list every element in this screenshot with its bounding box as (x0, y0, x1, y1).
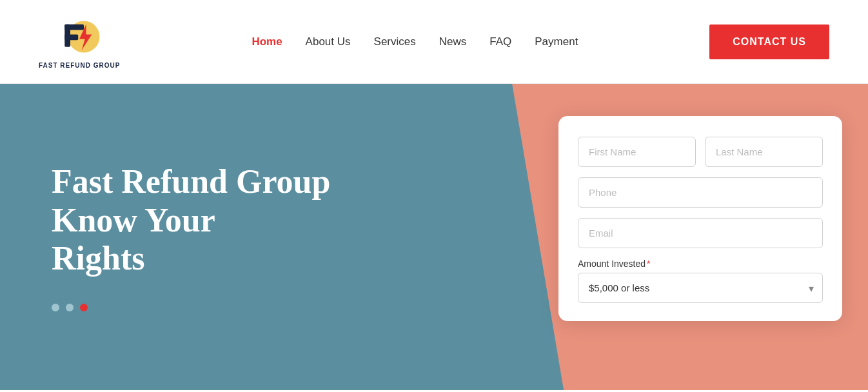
hero-left-panel: Fast Refund Group Know Your Rights (0, 84, 512, 390)
dot-2[interactable] (66, 304, 74, 311)
email-row (578, 218, 823, 248)
hero-section: Fast Refund Group Know Your Rights Amoun… (0, 84, 868, 390)
phone-input[interactable] (578, 177, 823, 208)
logo-icon (57, 14, 102, 59)
last-name-input[interactable] (705, 137, 823, 167)
nav-news[interactable]: News (439, 35, 467, 48)
contact-form-card: Amount Invested* $5,000 or less $5,000 -… (558, 116, 842, 321)
phone-row (578, 177, 823, 208)
contact-button[interactable]: CONTACT US (709, 24, 829, 59)
amount-label: Amount Invested* (578, 259, 823, 269)
svg-rect-3 (64, 35, 78, 41)
nav-services[interactable]: Services (374, 35, 416, 48)
hero-title: Fast Refund Group Know Your Rights (52, 162, 460, 278)
logo[interactable]: FAST REFUND GROUP (39, 14, 120, 69)
dot-3[interactable] (80, 304, 88, 311)
nav-faq[interactable]: FAQ (489, 35, 511, 48)
site-header: FAST REFUND GROUP Home About Us Services… (0, 0, 868, 84)
nav-about[interactable]: About Us (306, 35, 351, 48)
nav-home[interactable]: Home (252, 35, 282, 48)
amount-select-wrap: $5,000 or less $5,000 - $10,000 $10,000 … (578, 273, 823, 303)
logo-text: FAST REFUND GROUP (39, 62, 120, 69)
nav-payment[interactable]: Payment (535, 35, 578, 48)
amount-row: Amount Invested* $5,000 or less $5,000 -… (578, 259, 823, 303)
hero-dots (52, 304, 460, 311)
first-name-input[interactable] (578, 137, 696, 167)
main-nav: Home About Us Services News FAQ Payment (252, 35, 578, 48)
svg-rect-2 (64, 24, 84, 30)
dot-1[interactable] (52, 304, 59, 311)
name-row (578, 137, 823, 167)
email-input[interactable] (578, 218, 823, 248)
amount-select[interactable]: $5,000 or less $5,000 - $10,000 $10,000 … (578, 273, 823, 303)
